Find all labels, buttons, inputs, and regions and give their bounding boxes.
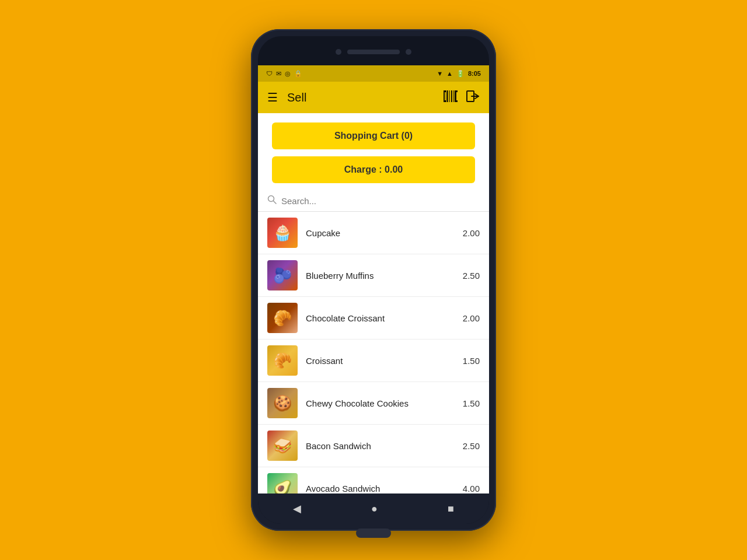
product-image: 🥪 xyxy=(267,430,298,461)
battery-icon: 🔋 xyxy=(456,70,465,78)
camera-dot xyxy=(336,49,341,55)
product-image: 🧁 xyxy=(267,218,298,248)
product-image: 🍪 xyxy=(267,388,298,418)
app-content: Shopping Cart (0) Charge : 0.00 🧁Cupcake… xyxy=(258,113,489,494)
svg-rect-8 xyxy=(455,90,458,92)
logout-button[interactable] xyxy=(466,89,480,106)
location-icon: ◎ xyxy=(285,70,291,78)
product-name: Croissant xyxy=(306,356,456,366)
product-name: Blueberry Muffins xyxy=(306,271,456,281)
svg-line-14 xyxy=(274,201,277,204)
svg-rect-3 xyxy=(449,90,450,102)
product-image: 🥐 xyxy=(267,303,298,333)
product-image: 🥐 xyxy=(267,345,298,376)
search-icon xyxy=(267,195,277,206)
shopping-cart-button[interactable]: Shopping Cart (0) xyxy=(272,123,475,149)
product-price: 1.50 xyxy=(456,356,480,366)
status-icons: 🛡 ✉ ◎ 🔒 xyxy=(266,70,302,78)
shield-icon: 🛡 xyxy=(266,70,273,77)
product-item[interactable]: 🧁Cupcake2.00 xyxy=(258,212,489,254)
signal-icon: ▲ xyxy=(446,70,453,77)
product-item[interactable]: 🥐Chocolate Croissant2.00 xyxy=(258,297,489,340)
home-button[interactable]: ● xyxy=(359,498,389,520)
svg-rect-7 xyxy=(444,90,446,92)
svg-rect-2 xyxy=(447,90,448,102)
bottom-nav: ◀ ● ■ xyxy=(258,494,489,524)
product-item[interactable]: 🥑Avocado Sandwich4.00 xyxy=(258,467,489,494)
status-right: ▼ ▲ 🔋 8:05 xyxy=(437,70,481,78)
product-name: Chocolate Croissant xyxy=(306,313,456,323)
status-bar: 🛡 ✉ ◎ 🔒 ▼ ▲ 🔋 8:05 xyxy=(258,65,489,82)
product-name: Bacon Sandwich xyxy=(306,441,456,451)
lock-icon: 🔒 xyxy=(294,70,302,78)
product-item[interactable]: 🫐Blueberry Muffins2.50 xyxy=(258,254,489,297)
app-bar-actions xyxy=(444,89,480,106)
product-item[interactable]: 🥪Bacon Sandwich2.50 xyxy=(258,425,489,467)
barcode-button[interactable] xyxy=(444,90,458,105)
svg-rect-9 xyxy=(444,100,446,102)
svg-rect-10 xyxy=(455,100,458,102)
svg-rect-4 xyxy=(451,90,452,102)
clock: 8:05 xyxy=(468,70,481,77)
product-price: 1.50 xyxy=(456,398,480,408)
recents-button[interactable]: ■ xyxy=(436,498,466,520)
sensor-dot xyxy=(406,49,411,55)
product-price: 4.00 xyxy=(456,484,480,494)
search-bar xyxy=(258,190,489,212)
home-button-physical[interactable] xyxy=(356,528,391,538)
wifi-icon: ▼ xyxy=(437,70,443,77)
product-price: 2.50 xyxy=(456,271,480,281)
product-price: 2.00 xyxy=(456,228,480,238)
svg-rect-5 xyxy=(453,90,454,102)
charge-button[interactable]: Charge : 0.00 xyxy=(272,156,475,183)
app-title: Sell xyxy=(287,91,444,104)
back-button[interactable]: ◀ xyxy=(281,498,313,520)
product-price: 2.50 xyxy=(456,441,480,451)
product-name: Avocado Sandwich xyxy=(306,484,456,494)
product-list: 🧁Cupcake2.00🫐Blueberry Muffins2.50🥐Choco… xyxy=(258,212,489,494)
product-price: 2.00 xyxy=(456,313,480,323)
product-item[interactable]: 🥐Croissant1.50 xyxy=(258,340,489,382)
phone-device: 🛡 ✉ ◎ 🔒 ▼ ▲ 🔋 8:05 ☰ Sell xyxy=(251,29,496,531)
phone-notch xyxy=(336,49,411,55)
product-name: Chewy Chocolate Cookies xyxy=(306,398,456,408)
menu-button[interactable]: ☰ xyxy=(267,90,278,104)
app-bar: ☰ Sell xyxy=(258,82,489,113)
product-name: Cupcake xyxy=(306,228,456,238)
mail-icon: ✉ xyxy=(276,70,281,78)
product-image: 🫐 xyxy=(267,260,298,290)
cart-section: Shopping Cart (0) Charge : 0.00 xyxy=(258,113,489,190)
product-image: 🥑 xyxy=(267,473,298,494)
phone-screen: 🛡 ✉ ◎ 🔒 ▼ ▲ 🔋 8:05 ☰ Sell xyxy=(258,36,489,524)
speaker-grille xyxy=(347,50,400,54)
search-input[interactable] xyxy=(281,196,480,206)
product-item[interactable]: 🍪Chewy Chocolate Cookies1.50 xyxy=(258,382,489,425)
